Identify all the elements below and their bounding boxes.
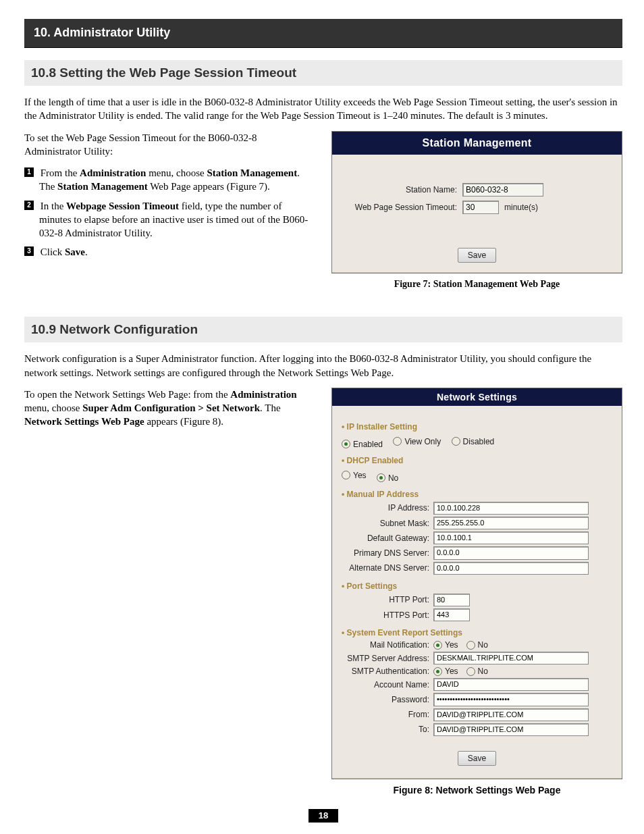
station-name-label: Station Name: bbox=[346, 185, 462, 194]
save-button[interactable]: Save bbox=[458, 248, 496, 263]
timeout-label: Web Page Session Timeout: bbox=[346, 203, 462, 212]
ip-address-input[interactable] bbox=[433, 502, 589, 515]
alternate-dns-input[interactable] bbox=[433, 562, 589, 575]
group-ports: Port Settings bbox=[342, 581, 612, 591]
default-gateway-input[interactable] bbox=[433, 531, 589, 544]
chapter-banner: 10. Administrator Utility bbox=[24, 19, 622, 48]
subnet-mask-input[interactable] bbox=[433, 517, 589, 529]
figure-8: Network Settings IP Installer Setting En… bbox=[331, 388, 622, 779]
http-port-input[interactable] bbox=[433, 594, 470, 606]
panel-title: Station Management bbox=[332, 132, 622, 155]
section-109-open: To open the Network Settings Web Page: f… bbox=[24, 388, 315, 429]
group-system-event: System Event Report Settings bbox=[342, 628, 612, 637]
radio-disabled[interactable]: Disabled bbox=[452, 437, 495, 446]
radio-mail-no[interactable]: No bbox=[466, 640, 488, 650]
step-num-icon: 1 bbox=[24, 167, 34, 177]
figure-7-caption: Figure 7: Station Management Web Page bbox=[331, 279, 622, 290]
radio-mail-yes[interactable]: Yes bbox=[433, 640, 458, 650]
save-button[interactable]: Save bbox=[458, 751, 496, 766]
figure-7: Station Management Station Name: Web Pag… bbox=[331, 131, 622, 274]
smtp-server-input[interactable] bbox=[433, 652, 589, 664]
section-heading-109: 10.9 Network Configuration bbox=[24, 317, 622, 342]
figure-8-caption: Figure 8: Network Settings Web Page bbox=[331, 785, 622, 796]
radio-view-only[interactable]: View Only bbox=[393, 437, 441, 446]
group-ip-installer: IP Installer Setting bbox=[342, 422, 612, 432]
https-port-input[interactable] bbox=[433, 608, 470, 621]
step-num-icon: 2 bbox=[24, 201, 34, 210]
step-1: 1 From the Administration menu, choose S… bbox=[24, 166, 315, 194]
radio-enabled[interactable]: Enabled bbox=[342, 440, 383, 449]
step-3: 3 Click Save. bbox=[24, 245, 315, 259]
timeout-unit: minute(s) bbox=[499, 203, 538, 212]
group-manual-ip: Manual IP Address bbox=[342, 490, 612, 499]
timeout-input[interactable] bbox=[462, 201, 499, 214]
page-number: 18 bbox=[308, 809, 338, 823]
section-108-lead: To set the Web Page Session Timeout for … bbox=[24, 131, 315, 159]
from-input[interactable] bbox=[433, 708, 589, 721]
panel-title: Network Settings bbox=[332, 388, 622, 406]
group-dhcp: DHCP Enabled bbox=[342, 456, 612, 465]
to-input[interactable] bbox=[433, 723, 589, 736]
section-109-intro: Network configuration is a Super Adminis… bbox=[24, 352, 622, 380]
radio-auth-yes[interactable]: Yes bbox=[433, 667, 458, 676]
password-input[interactable] bbox=[433, 693, 589, 706]
primary-dns-input[interactable] bbox=[433, 546, 589, 559]
step-num-icon: 3 bbox=[24, 246, 34, 256]
radio-dhcp-no[interactable]: No bbox=[377, 473, 398, 483]
account-name-input[interactable] bbox=[433, 678, 589, 691]
radio-dhcp-yes[interactable]: Yes bbox=[342, 471, 367, 480]
section-heading-108: 10.8 Setting the Web Page Session Timeou… bbox=[24, 60, 622, 86]
section-108-intro: If the length of time that a user is idl… bbox=[24, 95, 622, 123]
station-name-input[interactable] bbox=[462, 183, 543, 197]
radio-auth-no[interactable]: No bbox=[466, 667, 488, 676]
step-2: 2 In the Webpage Session Timeout field, … bbox=[24, 199, 315, 240]
